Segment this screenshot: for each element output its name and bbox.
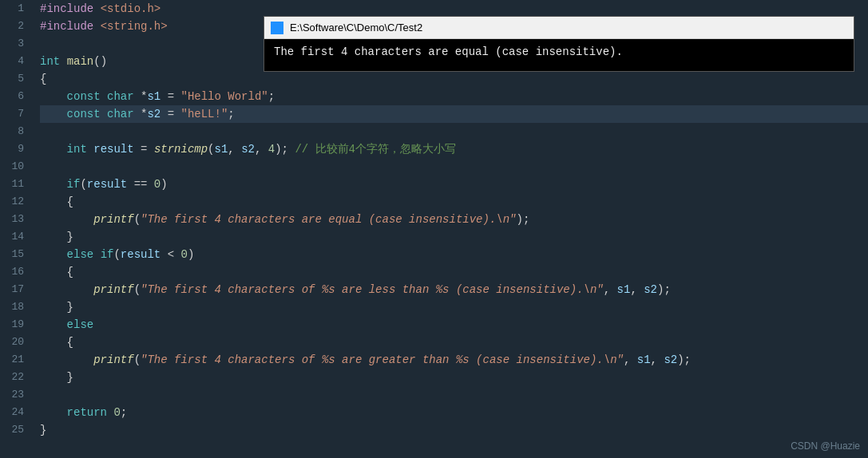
line-number: 6 bbox=[0, 88, 24, 105]
watermark: CSDN @Huazie bbox=[791, 440, 860, 452]
line-number: 18 bbox=[0, 298, 24, 316]
code-line: printf("The first 4 characters of %s are… bbox=[40, 281, 868, 298]
line-number: 4 bbox=[0, 53, 24, 70]
line-number: 19 bbox=[0, 316, 24, 334]
terminal-title: E:\Software\C\Demo\C/Test2 bbox=[290, 22, 422, 34]
line-number: 24 bbox=[0, 404, 24, 421]
code-line bbox=[40, 123, 868, 140]
line-number: 16 bbox=[0, 263, 24, 281]
terminal-titlebar: E:\Software\C\Demo\C/Test2 bbox=[264, 17, 854, 39]
line-number: 22 bbox=[0, 369, 24, 386]
terminal-output: The first 4 characters are equal (case i… bbox=[274, 45, 623, 58]
code-line: else if(result < 0) bbox=[40, 246, 868, 263]
code-line: } bbox=[40, 421, 868, 439]
code-line: int result = strnicmp(s1, s2, 4); // 比较前… bbox=[40, 140, 868, 158]
line-number: 1 bbox=[0, 0, 24, 18]
line-numbers: 1234567891011121314151617181920212223242… bbox=[0, 0, 32, 458]
code-line: else bbox=[40, 316, 868, 334]
line-number: 12 bbox=[0, 193, 24, 211]
code-line: { bbox=[40, 193, 868, 211]
code-line: const char *s2 = "heLL!"; bbox=[40, 105, 868, 123]
code-line: { bbox=[40, 70, 868, 88]
line-number: 11 bbox=[0, 176, 24, 193]
line-number: 21 bbox=[0, 351, 24, 369]
code-line: printf("The first 4 characters are equal… bbox=[40, 211, 868, 228]
code-line: } bbox=[40, 298, 868, 316]
terminal-icon bbox=[271, 22, 283, 34]
code-line: } bbox=[40, 369, 868, 386]
code-line bbox=[40, 386, 868, 404]
line-number: 3 bbox=[0, 35, 24, 53]
code-line: } bbox=[40, 228, 868, 246]
line-number: 15 bbox=[0, 246, 24, 263]
line-number: 7 bbox=[0, 105, 24, 123]
line-number: 5 bbox=[0, 70, 24, 88]
code-line bbox=[40, 158, 868, 176]
code-line: { bbox=[40, 263, 868, 281]
terminal-popup: E:\Software\C\Demo\C/Test2 The first 4 c… bbox=[264, 16, 854, 72]
code-line: if(result == 0) bbox=[40, 176, 868, 193]
line-number: 25 bbox=[0, 421, 24, 439]
code-line: { bbox=[40, 334, 868, 351]
line-number: 23 bbox=[0, 386, 24, 404]
code-line: return 0; bbox=[40, 404, 868, 421]
code-line: printf("The first 4 characters of %s are… bbox=[40, 351, 868, 369]
line-number: 9 bbox=[0, 140, 24, 158]
line-number: 2 bbox=[0, 18, 24, 35]
line-number: 17 bbox=[0, 281, 24, 298]
line-number: 8 bbox=[0, 123, 24, 140]
line-number: 10 bbox=[0, 158, 24, 176]
line-number: 14 bbox=[0, 228, 24, 246]
code-line: #include <stdio.h> bbox=[40, 0, 868, 18]
code-line: const char *s1 = "Hello World"; bbox=[40, 88, 868, 105]
line-number: 20 bbox=[0, 334, 24, 351]
line-number: 13 bbox=[0, 211, 24, 228]
terminal-body: The first 4 characters are equal (case i… bbox=[264, 39, 854, 71]
